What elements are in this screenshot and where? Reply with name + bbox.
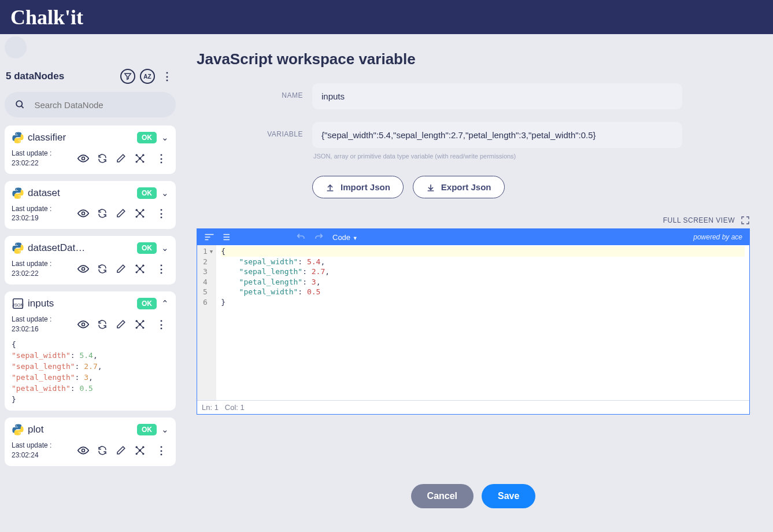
datanode-card: classifier OK ⌄ Last update :23:02:22 ⋮ <box>5 125 176 174</box>
refresh-icon[interactable] <box>97 208 108 219</box>
cancel-button[interactable]: Cancel <box>411 484 474 508</box>
search-icon <box>15 99 25 110</box>
eye-icon[interactable] <box>77 208 89 219</box>
svg-text:JSON: JSON <box>12 302 24 307</box>
eye-icon[interactable] <box>77 153 89 164</box>
json-preview: { "sepal_width": 5.4, "sepal_length": 2.… <box>12 339 169 405</box>
import-json-button[interactable]: Import Json <box>312 176 404 198</box>
svg-line-18 <box>137 210 139 213</box>
edit-icon[interactable] <box>116 264 126 274</box>
edit-icon[interactable] <box>116 445 126 456</box>
code-editor: Code ▼ powered by ace 1▼2 3 4 5 6 { "sep… <box>197 228 750 415</box>
graph-icon[interactable] <box>134 445 146 456</box>
more-dots-icon[interactable]: ⋮ <box>154 263 169 275</box>
edit-icon[interactable] <box>116 208 126 219</box>
datanode-name: inputs <box>28 298 54 309</box>
svg-line-30 <box>137 269 139 272</box>
datanodes-header: 5 dataNodes AZ ⋮ <box>6 69 175 84</box>
datanode-name: plot <box>28 424 43 435</box>
svg-line-20 <box>137 214 139 216</box>
python-icon <box>12 423 24 436</box>
refresh-icon[interactable] <box>97 319 108 330</box>
status-badge: OK <box>137 298 157 309</box>
last-update-label: Last update :23:02:16 <box>12 315 51 334</box>
python-icon <box>12 131 24 144</box>
more-dots-icon[interactable]: ⋮ <box>154 152 169 165</box>
fullscreen-label[interactable]: FULL SCREEN VIEW <box>663 216 735 224</box>
chevron-down-icon[interactable]: ⌄ <box>161 424 169 435</box>
datanode-name: dataset <box>28 187 60 199</box>
python-icon <box>12 242 24 254</box>
svg-line-28 <box>137 266 139 268</box>
last-update-label: Last update :23:02:22 <box>12 149 51 168</box>
svg-line-42 <box>137 324 139 327</box>
edit-icon[interactable] <box>116 319 126 330</box>
last-update-label: Last update :23:02:19 <box>12 204 51 224</box>
svg-line-40 <box>137 322 139 324</box>
export-json-button[interactable]: Export Json <box>413 176 505 198</box>
svg-line-50 <box>137 448 139 450</box>
expand-icon[interactable] <box>741 216 750 225</box>
download-icon <box>426 183 435 192</box>
page-title: JavaScript workspace variable <box>197 50 750 68</box>
chevron-down-icon[interactable]: ⌄ <box>161 243 169 253</box>
filter-icon[interactable] <box>120 69 135 84</box>
eye-icon[interactable] <box>77 319 89 330</box>
svg-line-10 <box>137 159 139 161</box>
datanode-card: JSON inputs OK ⌃ Last update :23:02:16 ⋮… <box>5 291 176 411</box>
refresh-icon[interactable] <box>97 264 108 274</box>
svg-line-1 <box>21 106 24 108</box>
variable-hint: JSON, array or primitive data type varia… <box>313 153 750 160</box>
sort-az-icon[interactable]: AZ <box>140 69 155 84</box>
indent-right-icon[interactable] <box>223 233 233 241</box>
redo-icon[interactable] <box>314 232 324 242</box>
svg-point-34 <box>82 323 85 326</box>
svg-point-0 <box>16 101 22 106</box>
last-update-label: Last update :23:02:22 <box>12 259 51 279</box>
status-badge: OK <box>137 424 157 435</box>
graph-icon[interactable] <box>134 263 146 275</box>
undo-icon[interactable] <box>295 232 306 242</box>
svg-point-22 <box>82 267 85 270</box>
svg-line-29 <box>140 266 143 268</box>
more-dots-icon[interactable]: ⋮ <box>160 70 175 83</box>
editor-toolbar: Code ▼ powered by ace <box>197 229 749 245</box>
refresh-icon[interactable] <box>97 445 108 456</box>
datanode-name: classifier <box>28 132 66 143</box>
chevron-down-icon[interactable]: ⌄ <box>161 188 169 198</box>
more-dots-icon[interactable]: ⋮ <box>154 207 169 220</box>
graph-icon[interactable] <box>134 319 146 330</box>
last-update-label: Last update :23:02:24 <box>12 441 51 460</box>
datanode-name: datasetDat… <box>28 242 85 254</box>
app-logo: Chalk'it <box>10 5 83 29</box>
graph-icon[interactable] <box>134 208 146 219</box>
datanode-card: plot OK ⌄ Last update :23:02:24 ⋮ <box>5 418 176 466</box>
editor-body[interactable]: 1▼2 3 4 5 6 { "sepal_width": 5.4, "sepal… <box>197 245 749 400</box>
variable-label: VARIABLE <box>197 122 312 138</box>
more-dots-icon[interactable]: ⋮ <box>154 318 169 331</box>
svg-line-19 <box>140 210 143 213</box>
graph-icon[interactable] <box>134 153 146 164</box>
user-avatar[interactable] <box>5 36 27 58</box>
variable-input[interactable] <box>312 122 682 148</box>
svg-line-52 <box>137 451 139 453</box>
datanode-card: dataset OK ⌄ Last update :23:02:19 ⋮ <box>5 181 176 230</box>
status-badge: OK <box>137 242 157 254</box>
name-label: NAME <box>197 83 312 99</box>
save-button[interactable]: Save <box>482 484 535 508</box>
chevron-down-icon[interactable]: ⌄ <box>161 132 169 143</box>
status-badge: OK <box>137 132 157 143</box>
indent-left-icon[interactable] <box>204 233 214 241</box>
eye-icon[interactable] <box>77 263 89 275</box>
more-dots-icon[interactable]: ⋮ <box>154 444 169 457</box>
eye-icon[interactable] <box>77 445 89 456</box>
edit-icon[interactable] <box>116 153 126 164</box>
name-input[interactable] <box>312 83 682 109</box>
search-box[interactable] <box>5 92 176 117</box>
status-badge: OK <box>137 187 157 199</box>
search-input[interactable] <box>34 100 165 110</box>
svg-line-21 <box>140 214 143 216</box>
code-dropdown[interactable]: Code ▼ <box>332 233 358 242</box>
chevron-up-icon[interactable]: ⌃ <box>161 298 169 309</box>
refresh-icon[interactable] <box>97 153 108 164</box>
